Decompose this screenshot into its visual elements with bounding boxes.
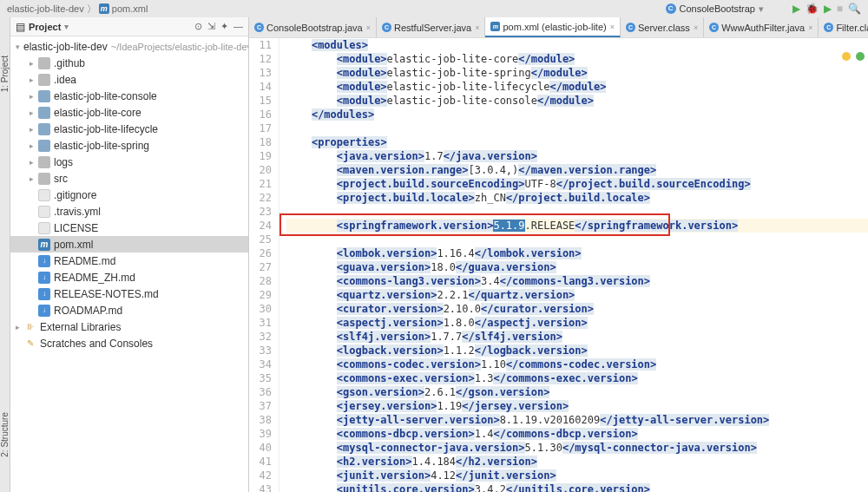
editor-tab[interactable]: CFilter.class× bbox=[819, 17, 868, 37]
tree-item[interactable]: ▸↓ROADMAP.md bbox=[10, 302, 248, 318]
code-line[interactable]: <commons-codec.version>1.10</commons-cod… bbox=[286, 358, 868, 371]
tree-item[interactable]: ▸.github bbox=[10, 55, 248, 71]
editor-tab[interactable]: CServer.class× bbox=[621, 17, 704, 37]
code-line[interactable]: <maven.version.range>[3.0.4,)</maven.ver… bbox=[286, 163, 868, 177]
tree-item[interactable]: ▸.idea bbox=[10, 71, 248, 88]
code-line[interactable]: <module>elastic-job-lite-console</module… bbox=[286, 94, 868, 108]
code-line[interactable]: <java.version>1.7</java.version> bbox=[286, 149, 868, 163]
gear-icon[interactable]: ✦ bbox=[220, 21, 228, 32]
code-line[interactable] bbox=[286, 233, 868, 246]
tree-item[interactable]: ▸elastic-job-lite-console bbox=[10, 88, 248, 104]
code-line[interactable]: <module>elastic-job-lite-core</module> bbox=[286, 52, 868, 66]
tree-item[interactable]: ▸⊪External Libraries bbox=[10, 318, 248, 335]
code-line[interactable]: <gson.version>2.6.1</gson.version> bbox=[286, 385, 868, 399]
coverage-button[interactable]: ▶ bbox=[824, 3, 832, 15]
code-line[interactable]: <project.build.sourceEncoding>UTF-8</pro… bbox=[286, 177, 868, 191]
line-gutter: 1112131415161718192021222324252627282930… bbox=[249, 38, 279, 492]
code-line[interactable]: <module>elastic-job-lite-lifecycle</modu… bbox=[286, 80, 868, 94]
code-line[interactable]: <quartz.version>2.2.1</quartz.version> bbox=[286, 288, 868, 302]
project-panel: ▤ Project ▾ ⊙ ⇲ ✦ — ▾elastic-job-lite-de… bbox=[10, 17, 249, 492]
rail-structure[interactable]: 2: Structure bbox=[0, 412, 10, 457]
tree-item[interactable]: ▸logs bbox=[10, 154, 248, 170]
code-line[interactable]: <modules> bbox=[286, 38, 868, 52]
tab-label: RestfulServer.java bbox=[394, 23, 471, 33]
minimize-icon[interactable] bbox=[842, 52, 851, 61]
code-line[interactable]: <aspectj.version>1.8.0</aspectj.version> bbox=[286, 316, 868, 330]
close-tab-icon[interactable]: × bbox=[694, 23, 698, 32]
tree-item[interactable]: ▸.travis.yml bbox=[10, 203, 248, 220]
code-line[interactable]: <commons-lang3.version>3.4</commons-lang… bbox=[286, 274, 868, 288]
collapse-icon[interactable]: ⊙ bbox=[194, 21, 202, 32]
dropdown-icon[interactable]: ▾ bbox=[64, 22, 69, 31]
code-line[interactable]: <mysql-connector-java.version>5.1.30</my… bbox=[286, 441, 868, 455]
code-line[interactable]: <jersey.version>1.19</jersey.version> bbox=[286, 399, 868, 413]
expand-arrow-icon[interactable]: ▸ bbox=[16, 323, 24, 331]
tree-item[interactable]: ▸↓README.md bbox=[10, 253, 248, 269]
code-line[interactable]: <guava.version>18.0</guava.version> bbox=[286, 260, 868, 274]
project-tree[interactable]: ▾elastic-job-lite-dev~/IdeaProjects/elas… bbox=[10, 36, 248, 492]
run-button[interactable]: ▶ bbox=[792, 3, 800, 15]
editor-tab[interactable]: CRestfulServer.java× bbox=[377, 17, 486, 37]
code-line[interactable]: <junit.version>4.12</junit.version> bbox=[286, 469, 868, 482]
editor-tab[interactable]: mpom.xml (elastic-job-lite)× bbox=[485, 17, 620, 37]
breadcrumb-project[interactable]: elastic-job-lite-dev bbox=[7, 3, 84, 14]
tree-item[interactable]: ▸LICENSE bbox=[10, 220, 248, 236]
tree-item[interactable]: ▸mpom.xml bbox=[10, 236, 248, 253]
folder-g-icon bbox=[38, 173, 50, 185]
tree-item-label: .idea bbox=[54, 74, 76, 86]
code-line[interactable]: <properties> bbox=[286, 135, 868, 149]
code-line[interactable]: </modules> bbox=[286, 108, 868, 121]
tree-item[interactable]: ▸elastic-job-lite-lifecycle bbox=[10, 121, 248, 137]
editor-tab[interactable]: CConsoleBootstrap.java× bbox=[249, 17, 377, 37]
code-line[interactable]: <lombok.version>1.16.4</lombok.version> bbox=[286, 246, 868, 260]
maximize-icon[interactable] bbox=[856, 52, 865, 61]
tree-item[interactable]: ▸elastic-job-lite-spring bbox=[10, 137, 248, 154]
tree-item[interactable]: ▸elastic-job-lite-core bbox=[10, 104, 248, 121]
tree-item[interactable]: ▸✎Scratches and Consoles bbox=[10, 335, 248, 351]
code-line[interactable]: <h2.version>1.4.184</h2.version> bbox=[286, 455, 868, 469]
dropdown-icon: ▾ bbox=[759, 3, 764, 15]
code-line[interactable]: <springframework.version>5.1.9.RELEASE</… bbox=[286, 219, 868, 233]
hide-icon[interactable]: — bbox=[233, 21, 243, 32]
code-line[interactable]: <commons-dbcp.version>1.4</commons-dbcp.… bbox=[286, 427, 868, 441]
code-line[interactable] bbox=[286, 205, 868, 219]
run-config-selector[interactable]: C ConsoleBootstrap ▾ bbox=[666, 0, 764, 17]
breadcrumb-file[interactable]: pom.xml bbox=[112, 3, 148, 14]
search-icon[interactable]: 🔍 bbox=[848, 3, 861, 15]
expand-arrow-icon[interactable]: ▸ bbox=[30, 125, 38, 134]
code-line[interactable] bbox=[286, 121, 868, 135]
close-tab-icon[interactable]: × bbox=[366, 23, 371, 32]
expand-arrow-icon[interactable]: ▸ bbox=[30, 59, 38, 68]
code-line[interactable]: <slf4j.version>1.7.7</slf4j.version> bbox=[286, 330, 868, 344]
code-line[interactable]: <project.build.locale>zh_CN</project.bui… bbox=[286, 191, 868, 205]
code-area[interactable]: 1112131415161718192021222324252627282930… bbox=[249, 38, 868, 492]
close-tab-icon[interactable]: × bbox=[475, 23, 479, 32]
expand-arrow-icon[interactable]: ▾ bbox=[16, 43, 20, 51]
tree-item[interactable]: ▾elastic-job-lite-dev~/IdeaProjects/elas… bbox=[10, 38, 248, 55]
expand-arrow-icon[interactable]: ▸ bbox=[30, 108, 38, 117]
expand-icon[interactable]: ⇲ bbox=[207, 21, 215, 32]
expand-arrow-icon[interactable]: ▸ bbox=[30, 75, 38, 84]
tree-item[interactable]: ▸.gitignore bbox=[10, 187, 248, 203]
editor-tab[interactable]: CWwwAuthFilter.java× bbox=[704, 17, 819, 37]
code-content[interactable]: <modules> <module>elastic-job-lite-core<… bbox=[279, 38, 868, 492]
code-line[interactable]: <commons-exec.version>1.3</commons-exec.… bbox=[286, 371, 868, 385]
expand-arrow-icon[interactable]: ▸ bbox=[30, 92, 38, 101]
debug-button[interactable]: 🐞 bbox=[806, 3, 819, 15]
rail-project[interactable]: 1: Project bbox=[0, 56, 10, 92]
code-line[interactable]: <jetty-all-server.version>8.1.19.v201602… bbox=[286, 413, 868, 427]
expand-arrow-icon[interactable]: ▸ bbox=[30, 158, 38, 167]
code-line[interactable]: <logback.version>1.1.2</logback.version> bbox=[286, 344, 868, 358]
expand-arrow-icon[interactable]: ▸ bbox=[30, 174, 38, 183]
close-tab-icon[interactable]: × bbox=[808, 23, 812, 32]
code-line[interactable]: <module>elastic-job-lite-spring</module> bbox=[286, 66, 868, 80]
stop-button[interactable]: ■ bbox=[837, 3, 843, 15]
code-line[interactable]: <curator.version>2.10.0</curator.version… bbox=[286, 302, 868, 316]
tree-item[interactable]: ▸↓RELEASE-NOTES.md bbox=[10, 285, 248, 302]
code-line[interactable]: <unitils.core.version>3.4.2</unitils.cor… bbox=[286, 482, 868, 492]
tree-item-label: elastic-job-lite-core bbox=[54, 107, 141, 119]
close-tab-icon[interactable]: × bbox=[610, 23, 615, 31]
expand-arrow-icon[interactable]: ▸ bbox=[30, 141, 38, 150]
tree-item[interactable]: ▸↓README_ZH.md bbox=[10, 269, 248, 285]
tree-item[interactable]: ▸src bbox=[10, 170, 248, 187]
